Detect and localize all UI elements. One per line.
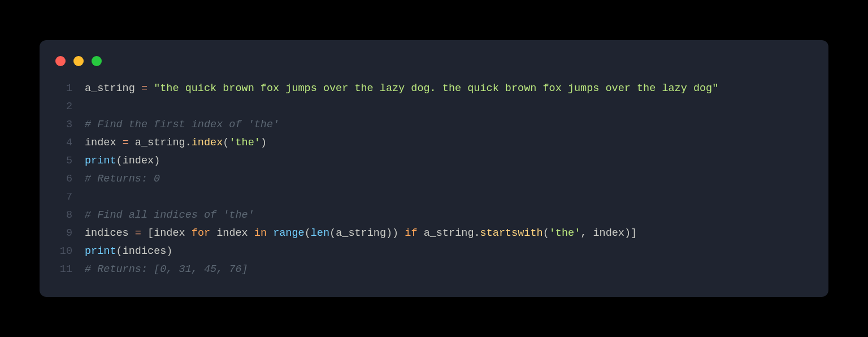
token-punct: ( xyxy=(116,155,123,167)
line-number: 10 xyxy=(55,243,72,261)
token-punct: ( xyxy=(223,137,229,149)
token-string: "the quick brown fox jumps over the lazy… xyxy=(154,83,718,94)
line-number: 3 xyxy=(55,116,72,134)
token-comment: # Find all indices of 'the' xyxy=(85,209,254,221)
token-plain: indices xyxy=(85,227,135,239)
token-plain xyxy=(141,227,147,239)
token-punct: . xyxy=(185,137,192,149)
code-line: 9indices = [index for index in range(len… xyxy=(55,224,813,243)
code-line: 5print(index) xyxy=(55,152,813,170)
code-line: 4index = a_string.index('the') xyxy=(55,134,813,152)
code-line: 11# Returns: [0, 31, 45, 76] xyxy=(55,261,813,279)
token-string: 'the' xyxy=(229,137,261,149)
code-content: # Returns: 0 xyxy=(72,170,160,188)
code-line: 1a_string = "the quick brown fox jumps o… xyxy=(55,80,813,98)
token-plain xyxy=(398,227,405,239)
code-content: # Returns: [0, 31, 45, 76] xyxy=(72,261,248,279)
token-op: = xyxy=(135,227,141,239)
token-punct: )] xyxy=(624,227,637,239)
token-punct: ) xyxy=(166,245,172,257)
code-line: 10print(indices) xyxy=(55,243,813,261)
token-keyword: in xyxy=(254,227,267,239)
line-number: 8 xyxy=(55,206,72,224)
token-plain xyxy=(267,227,273,239)
line-number: 11 xyxy=(55,261,72,279)
token-plain: a_string xyxy=(418,227,474,239)
token-punct: ( xyxy=(543,227,549,239)
token-punct: . xyxy=(474,227,480,239)
code-line: 6# Returns: 0 xyxy=(55,170,813,188)
token-plain xyxy=(147,83,154,94)
token-plain: a_string xyxy=(336,227,386,239)
line-number: 1 xyxy=(55,80,72,98)
token-builtin: len xyxy=(311,227,329,239)
token-punct: )) xyxy=(386,227,398,239)
token-punct: ( xyxy=(329,227,336,239)
token-punct: ( xyxy=(116,245,123,257)
line-number: 4 xyxy=(55,134,72,152)
token-punct: [ xyxy=(147,227,154,239)
code-content: # Find all indices of 'the' xyxy=(72,206,254,224)
token-punct: , xyxy=(580,227,587,239)
token-plain: indices xyxy=(123,245,167,257)
code-line: 2 xyxy=(55,98,813,116)
token-comment: # Find the first index of 'the' xyxy=(85,119,279,131)
code-content: a_string = "the quick brown fox jumps ov… xyxy=(72,80,718,98)
code-content xyxy=(72,188,85,206)
token-comment: # Returns: [0, 31, 45, 76] xyxy=(85,263,248,275)
token-builtin: print xyxy=(85,155,116,167)
line-number: 6 xyxy=(55,170,72,188)
token-plain: a_string xyxy=(85,83,141,94)
code-line: 3# Find the first index of 'the' xyxy=(55,116,813,134)
token-plain: a_string xyxy=(129,137,185,149)
code-content: print(indices) xyxy=(72,243,172,261)
line-number: 5 xyxy=(55,152,72,170)
minimize-icon[interactable] xyxy=(73,56,84,66)
window-controls xyxy=(40,56,828,80)
code-content xyxy=(72,98,85,116)
code-line: 7 xyxy=(55,188,813,206)
token-punct: ) xyxy=(154,155,160,167)
token-builtin: range xyxy=(273,227,305,239)
token-builtin: print xyxy=(85,245,116,257)
token-func: index xyxy=(192,137,223,149)
code-content: indices = [index for index in range(len(… xyxy=(72,224,637,243)
code-editor[interactable]: 1a_string = "the quick brown fox jumps o… xyxy=(40,80,828,279)
code-content: index = a_string.index('the') xyxy=(72,134,267,152)
code-content: # Find the first index of 'the' xyxy=(72,116,279,134)
token-punct: ( xyxy=(305,227,311,239)
zoom-icon[interactable] xyxy=(92,56,102,66)
token-comment: # Returns: 0 xyxy=(85,173,160,185)
code-content: print(index) xyxy=(72,152,160,170)
token-string: 'the' xyxy=(549,227,581,239)
token-keyword: if xyxy=(405,227,417,239)
line-number: 9 xyxy=(55,224,72,243)
token-plain: index xyxy=(210,227,254,239)
token-keyword: for xyxy=(192,227,210,239)
token-plain: index xyxy=(154,227,192,239)
token-op: = xyxy=(141,83,147,94)
token-op: = xyxy=(123,137,129,149)
token-plain: index xyxy=(587,227,624,239)
line-number: 7 xyxy=(55,188,72,206)
token-punct: ) xyxy=(261,137,267,149)
code-line: 8# Find all indices of 'the' xyxy=(55,206,813,224)
token-plain: index xyxy=(123,155,154,167)
line-number: 2 xyxy=(55,98,72,116)
token-plain: index xyxy=(85,137,123,149)
code-window: 1a_string = "the quick brown fox jumps o… xyxy=(40,40,828,297)
token-func: startswith xyxy=(480,227,543,239)
close-icon[interactable] xyxy=(55,56,66,66)
